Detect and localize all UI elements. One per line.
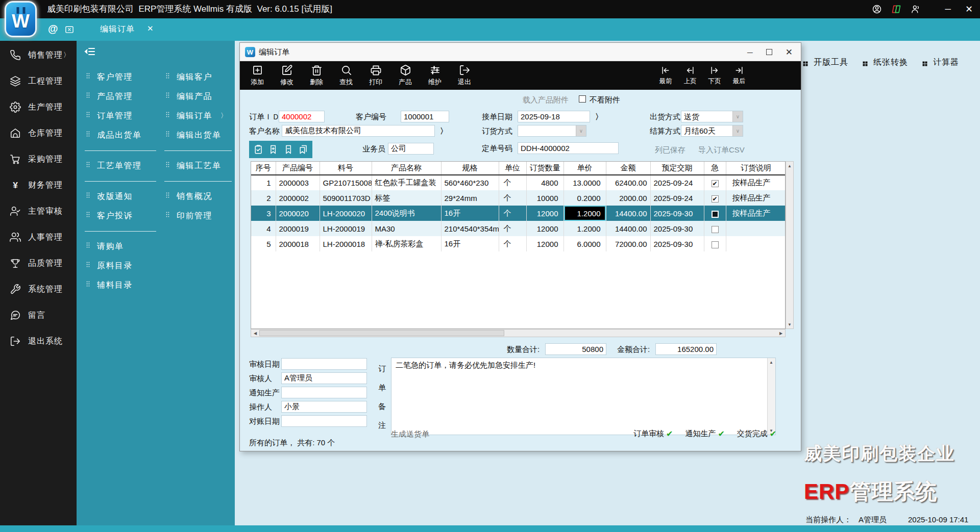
table-cell[interactable]: 禅-私房茶彩盒 — [372, 236, 441, 251]
table-cell[interactable]: 1 — [251, 175, 276, 190]
table-cell[interactable]: 个 — [499, 236, 526, 251]
tab-close-icon[interactable]: ✕ — [147, 24, 154, 33]
review-field-input[interactable] — [281, 372, 367, 384]
table-cell[interactable]: 个 — [499, 175, 526, 190]
status-check[interactable]: 交货完成✔ — [737, 429, 776, 439]
close-window-icon[interactable] — [64, 24, 75, 35]
order-method-select[interactable]: ∨ — [518, 125, 586, 137]
退出-toolbar-button[interactable]: 退出 — [452, 63, 477, 88]
table-cell[interactable]: 按样品生产 — [726, 206, 786, 221]
table-cell[interactable]: 13.0000 — [564, 175, 606, 190]
column-header[interactable]: 规格 — [441, 162, 499, 175]
table-cell[interactable]: GP210715008 — [320, 175, 372, 190]
table-cell[interactable]: 10000 — [526, 190, 564, 206]
table-cell[interactable]: 5 — [251, 236, 276, 251]
table-cell[interactable]: 560*460*230 — [441, 175, 499, 190]
table-row[interactable]: 32000020LH-20000202400说明书16开个120001.2000… — [251, 206, 786, 221]
submenu-item[interactable]: 编辑出货单 — [164, 129, 222, 142]
chevron-down-icon[interactable]: ∨ — [576, 125, 586, 136]
scroll-up-icon[interactable]: ▲ — [768, 359, 775, 366]
scroll-up-icon[interactable]: ▲ — [786, 162, 793, 169]
ship-method-select[interactable]: 送货 ∨ — [681, 111, 743, 122]
table-cell[interactable]: 72000.00 — [606, 236, 650, 251]
column-header[interactable]: 金额 — [606, 162, 650, 175]
sidebar-item[interactable]: 生产管理 — [0, 100, 77, 114]
submenu-item[interactable]: 订单管理 — [85, 109, 133, 122]
table-cell[interactable] — [704, 236, 726, 251]
添加-toolbar-button[interactable]: 添加 — [245, 63, 270, 88]
tool-link[interactable]: 开版工具 — [802, 57, 848, 68]
table-row[interactable]: 12000003GP210715008红色款手工罐盒装560*460*230个4… — [251, 175, 786, 190]
scrollbar-thumb[interactable] — [259, 330, 504, 336]
dialog-minimize-button[interactable]: ─ — [747, 48, 753, 57]
table-cell[interactable]: 210*4540*354mm — [441, 221, 499, 236]
chevron-down-icon[interactable]: ∨ — [732, 125, 743, 136]
close-button[interactable]: ✕ — [965, 4, 973, 15]
nav-button[interactable]: 最后 — [730, 63, 748, 88]
order-date-expand-button[interactable]: 〉 — [595, 111, 603, 123]
table-cell[interactable]: 按样品生产 — [726, 190, 786, 206]
table-cell[interactable]: LH-2000019 — [320, 221, 372, 236]
import-csv-button[interactable]: 导入订单CSV — [698, 144, 745, 156]
submenu-item[interactable]: 改版通知 — [85, 190, 133, 203]
table-cell[interactable] — [704, 221, 726, 236]
submenu-item[interactable]: 销售概况 — [164, 190, 212, 203]
维护-toolbar-button[interactable]: 维护 — [423, 63, 447, 88]
create-delivery-note-button[interactable]: 生成送货单 — [391, 428, 429, 440]
table-cell[interactable]: 2025-09-24 — [650, 175, 704, 190]
table-cell[interactable]: 2000018 — [276, 236, 320, 251]
table-cell[interactable]: 个 — [499, 221, 526, 236]
person-icon[interactable] — [911, 4, 921, 14]
column-header[interactable]: 单价 — [564, 162, 606, 175]
查找-toolbar-button[interactable]: 查找 — [334, 63, 358, 88]
color-layers-icon[interactable] — [891, 4, 901, 14]
table-cell[interactable]: 红色款手工罐盒装 — [372, 175, 441, 190]
nav-button[interactable]: 最前 — [657, 63, 674, 88]
table-cell[interactable]: 12000 — [526, 236, 564, 251]
table-cell[interactable]: 6.0000 — [564, 236, 606, 251]
submenu-item[interactable]: 印前管理 — [164, 209, 212, 222]
order-date-input[interactable] — [518, 111, 590, 122]
submenu-item[interactable]: 产品管理 — [85, 90, 133, 103]
table-cell[interactable] — [704, 206, 726, 221]
table-cell[interactable]: 2000020 — [276, 206, 320, 221]
table-cell[interactable]: 12000 — [526, 221, 564, 236]
table-cell[interactable]: 62400.00 — [606, 175, 650, 190]
table-cell[interactable]: 2025-09-30 — [650, 221, 704, 236]
table-cell[interactable]: LH-2000020 — [320, 206, 372, 221]
scroll-left-icon[interactable]: ◀ — [252, 330, 259, 337]
at-icon[interactable]: @ — [48, 23, 58, 35]
urgent-checkbox[interactable] — [712, 211, 719, 218]
table-cell[interactable]: ✔ — [704, 190, 726, 206]
column-header[interactable]: 订货数量 — [526, 162, 564, 175]
amount-total-input[interactable] — [655, 343, 717, 355]
table-cell[interactable]: 16开 — [441, 236, 499, 251]
table-cell[interactable]: 2000003 — [276, 175, 320, 190]
column-header[interactable]: 单位 — [499, 162, 526, 175]
review-field-input[interactable] — [281, 415, 367, 427]
table-cell[interactable]: 2400说明书 — [372, 206, 441, 221]
customer-no-input[interactable] — [401, 111, 449, 122]
table-cell[interactable]: 1.2000 — [564, 221, 606, 236]
sidebar-item[interactable]: 采购管理 — [0, 153, 77, 166]
table-cell[interactable]: LH-2000018 — [320, 236, 372, 251]
urgent-checkbox[interactable]: ✔ — [712, 180, 719, 187]
column-header[interactable]: 产品编号 — [276, 162, 320, 175]
sidebar-item[interactable]: 退出系统 — [0, 335, 77, 348]
horizontal-scrollbar[interactable]: ◀ ▶ — [251, 329, 786, 337]
settle-method-select[interactable]: 月结60天 ∨ — [681, 125, 743, 137]
table-cell[interactable]: 标签 — [372, 190, 441, 206]
submenu-item[interactable]: 成品出货单 — [85, 129, 142, 142]
submenu-item[interactable]: 编辑工艺单 — [164, 159, 222, 172]
dialog-maximize-button[interactable] — [766, 49, 772, 55]
tool-link[interactable]: 计算器 — [922, 57, 959, 68]
customer-name-expand-button[interactable]: 〉 — [440, 125, 448, 137]
sidebar-item[interactable]: 人事管理 — [0, 231, 77, 244]
column-header[interactable]: 产品名称 — [372, 162, 441, 175]
submenu-item[interactable]: 客户管理 — [85, 70, 133, 84]
chevron-down-icon[interactable]: ∨ — [732, 111, 743, 122]
table-cell[interactable]: 16开 — [441, 206, 499, 221]
table-cell[interactable]: 14400.00 — [606, 221, 650, 236]
table-cell[interactable]: MA30 — [372, 221, 441, 236]
submenu-item[interactable]: 辅料目录 — [85, 278, 133, 292]
